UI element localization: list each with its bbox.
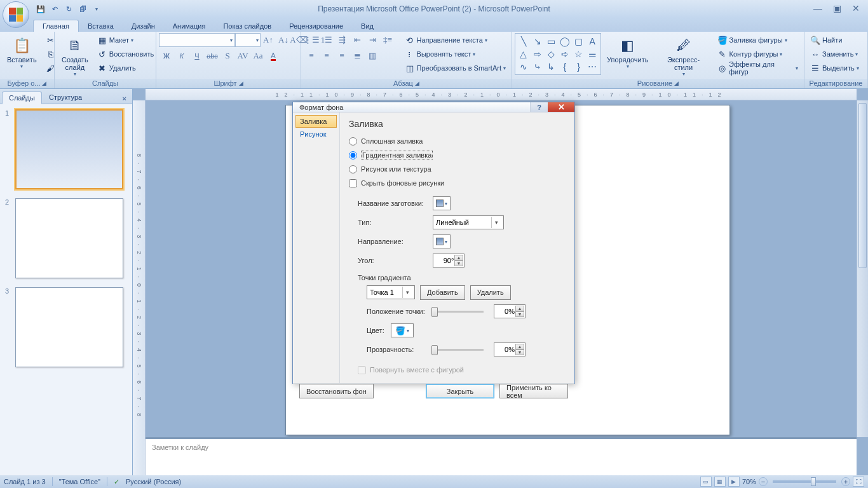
shadow-button[interactable]: S [220,49,235,63]
shape-text-icon[interactable]: A [585,35,599,48]
direction-combo[interactable]: ▾ [433,234,451,248]
shape-conn2-icon[interactable]: ↳ [544,60,558,73]
quick-print-icon[interactable]: 🗐 [76,3,89,15]
tab-insert[interactable]: Вставка [79,20,123,32]
transparency-spinner[interactable]: 0%▲▼ [494,342,526,356]
shape-tri-icon[interactable]: △ [517,48,531,60]
thumbnail-3[interactable]: 3 [5,287,127,367]
dec-indent-button[interactable]: ⇤ [349,33,365,47]
shape-conn-icon[interactable]: ⤷ [531,60,545,73]
align-left-button[interactable]: ≡ [304,49,319,63]
multilevel-button[interactable]: ⇶ [334,33,349,47]
radio-picture-fill[interactable]: Рисунок или текстура [349,163,566,175]
shape-fill-button[interactable]: 🪣Заливка фигуры▾ [714,33,801,47]
apply-all-button[interactable]: Применить ко всем [499,384,568,398]
shape-rarrow-icon[interactable]: ⇨ [531,48,545,60]
tab-slides[interactable]: Слайды [2,92,42,104]
save-icon[interactable]: 💾 [34,3,47,15]
vertical-scrollbar[interactable] [857,100,868,437]
shape-outline-button[interactable]: ✎Контур фигуры▾ [714,47,801,61]
shape-equals-icon[interactable]: ⚌ [585,48,599,60]
office-button[interactable] [3,1,29,28]
shape-ellipse-icon[interactable]: ◯ [558,35,572,48]
shape-arrow-icon[interactable]: ↘ [531,35,545,48]
angle-spinner[interactable]: 90°▲▼ [433,254,465,268]
zoom-slider-thumb[interactable] [811,477,816,486]
nav-fill[interactable]: Заливка [295,115,337,128]
status-language[interactable]: Русский (Россия) [126,478,181,485]
convert-smartart-button[interactable]: ◫Преобразовать в SmartArt▾ [402,61,509,75]
char-spacing-button[interactable]: AV [235,49,250,63]
transparency-slider[interactable] [433,349,484,351]
thumbnail-1[interactable]: 1 [5,109,127,189]
slider-thumb[interactable] [431,307,438,317]
panel-close-icon[interactable]: × [120,93,129,104]
align-center-button[interactable]: ≡ [319,49,334,63]
dialog-help-button[interactable]: ? [530,102,548,112]
shape-rrect-icon[interactable]: ▢ [572,35,586,48]
normal-view-button[interactable]: ▭ [700,477,712,487]
shape-line-icon[interactable]: ╲ [517,35,531,48]
bold-button[interactable]: Ж [159,49,174,63]
paste-button[interactable]: 📋Вставить▾ [3,33,41,70]
shapes-gallery[interactable]: ╲↘▭◯▢A △⇨◇➪☆⚌ ∿⤷↳{}⋯ [515,33,601,75]
tab-outline[interactable]: Структура [42,91,89,104]
justify-button[interactable]: ≣ [349,49,365,63]
shape-more-icon[interactable]: ⋯ [585,60,599,73]
line-spacing-button[interactable]: ‡≡ [380,33,395,47]
zoom-in-button[interactable]: + [841,477,850,486]
stop-position-spinner[interactable]: 0%▲▼ [494,304,526,318]
text-direction-button[interactable]: ⟲Направление текста▾ [402,33,509,47]
spellcheck-icon[interactable]: ✓ [114,478,119,486]
type-combo[interactable]: Линейный▾ [433,215,504,229]
align-text-button[interactable]: ⫶Выровнять текст▾ [402,47,509,61]
zoom-slider[interactable] [773,480,836,483]
strike-button[interactable]: abc [205,49,220,63]
shape-rect-icon[interactable]: ▭ [544,35,558,48]
check-hide-graphics[interactable]: Скрыть фоновые рисунки [349,177,566,189]
drawing-launcher-icon[interactable]: ◢ [674,80,679,86]
zoom-out-button[interactable]: − [759,477,768,486]
sorter-view-button[interactable]: ▦ [714,477,726,487]
bullets-button[interactable]: ⋮☰ [304,33,319,47]
minimize-icon[interactable]: — [811,3,825,14]
scrollbar-thumb[interactable] [858,103,867,268]
stop-position-slider[interactable] [433,311,484,313]
find-button[interactable]: 🔍Найти [807,33,862,47]
undo-icon[interactable]: ↶ [48,3,61,15]
reset-background-button[interactable]: Восстановить фон [299,384,374,398]
dialog-close-button[interactable]: ✕ [548,102,574,112]
select-button[interactable]: ☰Выделить▾ [807,61,862,75]
grow-font-button[interactable]: A↑ [261,33,276,47]
replace-button[interactable]: ↔Заменить▾ [807,47,862,61]
new-slide-button[interactable]: 🗎Создать слайд▾ [57,33,93,78]
change-case-button[interactable]: Aa [250,49,266,63]
radio-gradient-fill[interactable]: Градиентная заливка [349,149,566,161]
slider-thumb[interactable] [431,345,438,355]
font-family-combo[interactable]: ▾ [159,33,235,47]
delete-button[interactable]: ✖Удалить [94,61,157,75]
shape-effects-button[interactable]: ◎Эффекты для фигур▾ [714,61,801,75]
numbering-button[interactable]: 1☰ [319,33,334,47]
shape-brace-icon[interactable]: { [558,60,572,73]
align-right-button[interactable]: ≡ [334,49,349,63]
font-size-combo[interactable]: ▾ [235,33,261,47]
fit-window-button[interactable]: ⛶ [853,477,864,487]
clipboard-launcher-icon[interactable]: ◢ [42,80,46,86]
tab-design[interactable]: Дизайн [123,20,164,32]
paragraph-launcher-icon[interactable]: ◢ [415,80,419,86]
arrange-button[interactable]: ◧Упорядочить▾ [602,33,653,70]
shrink-font-button[interactable]: A↓ [276,33,291,47]
font-color-button[interactable]: A [266,49,281,63]
font-launcher-icon[interactable]: ◢ [239,80,243,86]
underline-button[interactable]: Ч [189,49,205,63]
remove-stop-button[interactable]: Удалить [470,285,511,300]
close-button[interactable]: Закрыть [426,384,494,398]
shape-brace2-icon[interactable]: } [572,60,586,73]
inc-indent-button[interactable]: ⇥ [365,33,380,47]
italic-button[interactable]: К [174,49,189,63]
nav-picture[interactable]: Рисунок [295,128,337,140]
add-stop-button[interactable]: Добавить [420,285,465,300]
reset-button[interactable]: ↺Восстановить [94,47,157,61]
tab-slideshow[interactable]: Показ слайдов [214,20,280,32]
